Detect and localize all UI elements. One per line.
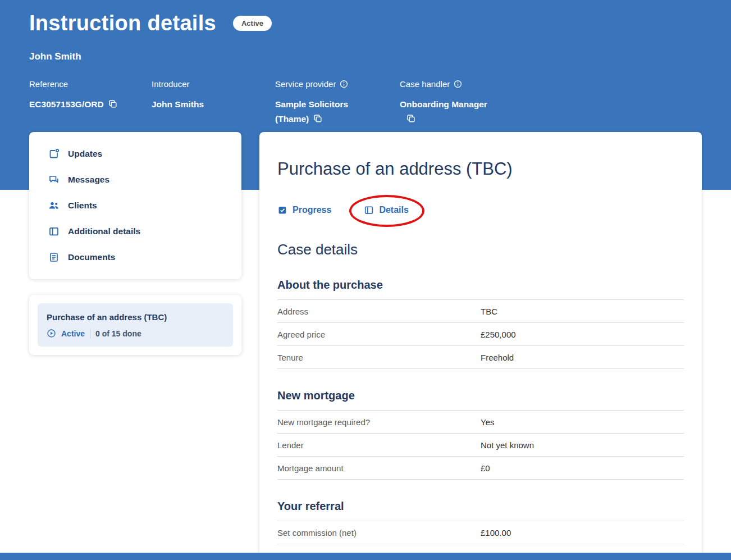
detail-row: Mortgage amount £0 bbox=[277, 457, 684, 480]
row-value: £250,000 bbox=[481, 330, 516, 339]
section-new-mortgage: New mortgage New mortgage required? Yes … bbox=[277, 389, 684, 480]
row-value: £0 bbox=[481, 463, 490, 473]
info-icon[interactable] bbox=[454, 80, 462, 88]
sidebar-item-label: Documents bbox=[68, 252, 115, 262]
row-label: Tenure bbox=[277, 353, 481, 362]
row-value: TBC bbox=[481, 307, 497, 316]
field-introducer-value: John Smiths bbox=[152, 97, 275, 112]
tab-bar: Progress Details bbox=[277, 205, 684, 215]
main-panel: Purchase of an address (TBC) Progress De… bbox=[259, 132, 702, 560]
row-label: Mortgage amount bbox=[277, 463, 481, 473]
row-label: New mortgage required? bbox=[277, 417, 481, 427]
section-your-referral: Your referral Set commission (net) £100.… bbox=[277, 500, 684, 544]
section-about-the-purchase: About the purchase Address TBC Agreed pr… bbox=[277, 279, 684, 369]
sidebar-item-documents[interactable]: Documents bbox=[29, 244, 241, 270]
divider bbox=[90, 329, 90, 338]
case-title: Purchase of an address (TBC) bbox=[277, 159, 684, 179]
sidebar-item-label: Messages bbox=[68, 175, 109, 185]
sidebar-nav-card: Updates Messages Clients Additional deta… bbox=[29, 132, 241, 279]
progress-icon bbox=[277, 205, 287, 215]
sidebar-item-label: Additional details bbox=[68, 226, 140, 236]
detail-row: Tenure Freehold bbox=[277, 346, 684, 369]
row-value: Not yet known bbox=[481, 440, 534, 450]
field-service-provider-label: Service provider bbox=[275, 79, 400, 89]
detail-rows: New mortgage required? Yes Lender Not ye… bbox=[277, 410, 684, 480]
row-value: Yes bbox=[481, 417, 494, 427]
additional-details-icon bbox=[48, 226, 60, 237]
sidebar-item-messages[interactable]: Messages bbox=[29, 167, 241, 193]
case-summary-status: Active 0 of 15 done bbox=[47, 329, 224, 338]
row-label: Lender bbox=[277, 440, 481, 450]
details-icon bbox=[364, 205, 374, 215]
row-value: Freehold bbox=[481, 353, 514, 362]
field-reference: Reference EC3057153G/ORD bbox=[29, 79, 152, 127]
field-service-provider-text: Service provider bbox=[275, 79, 336, 89]
tab-progress[interactable]: Progress bbox=[277, 205, 331, 215]
sidebar-item-updates[interactable]: Updates bbox=[29, 141, 241, 167]
status-badge: Active bbox=[233, 16, 272, 31]
detail-row: New mortgage required? Yes bbox=[277, 411, 684, 434]
field-introducer: Introducer John Smiths bbox=[152, 79, 275, 127]
row-label: Address bbox=[277, 307, 481, 316]
updates-icon bbox=[48, 148, 60, 160]
content-area: Updates Messages Clients Additional deta… bbox=[0, 132, 731, 560]
page-title: Instruction details bbox=[29, 11, 216, 35]
copy-icon[interactable] bbox=[313, 114, 322, 123]
row-label: Set commission (net) bbox=[277, 528, 481, 538]
tab-details[interactable]: Details bbox=[364, 205, 408, 215]
documents-icon bbox=[48, 252, 60, 263]
field-case-handler-text: Case handler bbox=[400, 79, 450, 89]
sidebar-item-label: Clients bbox=[68, 201, 97, 211]
field-reference-value: EC3057153G/ORD bbox=[29, 97, 152, 112]
field-introducer-label: Introducer bbox=[152, 79, 275, 89]
case-summary-title: Purchase of an address (TBC) bbox=[47, 312, 224, 322]
footer-strip bbox=[0, 553, 731, 560]
case-summary-box[interactable]: Purchase of an address (TBC) Active 0 of… bbox=[38, 303, 233, 347]
detail-row: Set commission (net) £100.00 bbox=[277, 521, 684, 544]
sidebar-item-additional-details[interactable]: Additional details bbox=[29, 218, 241, 244]
row-value: £100.00 bbox=[481, 528, 511, 538]
field-service-provider: Service provider Sample Solicitors (Tham… bbox=[275, 79, 400, 127]
field-service-provider-value: Sample Solicitors (Thame) bbox=[275, 97, 359, 127]
section-heading: New mortgage bbox=[277, 389, 684, 402]
tab-progress-label: Progress bbox=[293, 205, 331, 215]
field-case-handler-value: Onboarding Manager bbox=[400, 97, 500, 127]
row-label: Agreed price bbox=[277, 330, 481, 339]
detail-row: Lender Not yet known bbox=[277, 434, 684, 457]
field-service-provider-value-text: Sample Solicitors (Thame) bbox=[275, 99, 348, 124]
sidebar-item-label: Updates bbox=[68, 149, 102, 159]
field-case-handler-value-text: Onboarding Manager bbox=[400, 99, 487, 109]
play-circle-icon bbox=[47, 329, 56, 338]
detail-row: Address TBC bbox=[277, 300, 684, 323]
copy-icon[interactable] bbox=[108, 99, 117, 108]
section-heading: About the purchase bbox=[277, 279, 684, 292]
field-case-handler: Case handler Onboarding Manager bbox=[400, 79, 500, 127]
sidebar: Updates Messages Clients Additional deta… bbox=[29, 132, 241, 355]
field-reference-label: Reference bbox=[29, 79, 152, 89]
sidebar-item-clients[interactable]: Clients bbox=[29, 193, 241, 218]
case-status-text: Active bbox=[61, 329, 85, 338]
detail-rows: Set commission (net) £100.00 bbox=[277, 521, 684, 544]
case-summary-card: Purchase of an address (TBC) Active 0 of… bbox=[29, 295, 241, 355]
case-details-heading: Case details bbox=[277, 241, 684, 258]
clients-icon bbox=[48, 200, 60, 211]
copy-icon[interactable] bbox=[406, 114, 415, 123]
field-reference-text: EC3057153G/ORD bbox=[29, 99, 104, 109]
field-case-handler-label: Case handler bbox=[400, 79, 500, 89]
info-icon[interactable] bbox=[340, 80, 348, 88]
detail-rows: Address TBC Agreed price £250,000 Tenure… bbox=[277, 299, 684, 369]
header-fields: Reference EC3057153G/ORD Introducer John… bbox=[29, 79, 702, 127]
tab-details-label: Details bbox=[379, 205, 408, 215]
client-name: John Smith bbox=[29, 51, 702, 62]
section-heading: Your referral bbox=[277, 500, 684, 513]
case-progress-text: 0 of 15 done bbox=[95, 329, 141, 338]
detail-row: Agreed price £250,000 bbox=[277, 323, 684, 346]
messages-icon bbox=[48, 174, 60, 185]
